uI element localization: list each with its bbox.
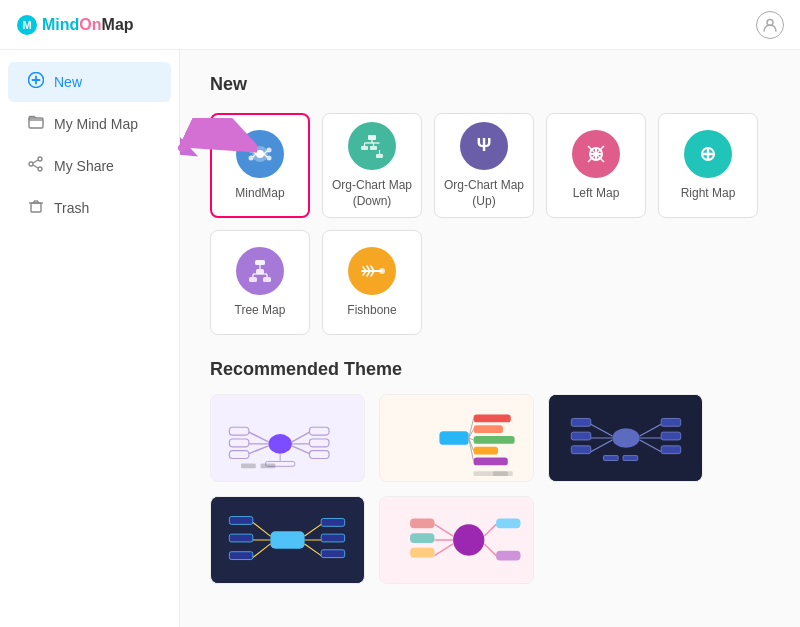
theme-card-4[interactable] [210, 496, 365, 584]
svg-rect-110 [623, 456, 638, 461]
svg-rect-28 [368, 135, 376, 140]
sidebar-my-mind-map-label: My Mind Map [54, 116, 138, 132]
mind-map-icon [28, 114, 44, 130]
org-down-icon [348, 122, 396, 170]
user-icon[interactable] [756, 11, 784, 39]
mindmap-svg [246, 140, 274, 168]
map-card-fishbone[interactable]: Fishbone [322, 230, 422, 335]
svg-point-8 [29, 162, 33, 166]
svg-rect-130 [410, 519, 434, 529]
svg-rect-99 [571, 418, 591, 426]
left-map-label: Left Map [573, 186, 620, 202]
org-down-svg [358, 132, 386, 160]
svg-rect-46 [255, 260, 265, 265]
org-down-label: Org-Chart Map (Down) [332, 178, 412, 209]
right-map-svg [694, 140, 722, 168]
sidebar-trash-label: Trash [54, 200, 89, 216]
right-map-label: Right Map [681, 186, 736, 202]
map-card-org-up[interactable]: Ψ Org-Chart Map (Up) [434, 113, 534, 218]
svg-point-22 [267, 147, 272, 152]
fishbone-svg [358, 257, 386, 285]
map-grid: MindMap [210, 113, 770, 335]
svg-rect-48 [263, 277, 271, 282]
sidebar-my-share-label: My Share [54, 158, 114, 174]
svg-rect-104 [661, 446, 681, 454]
svg-rect-79 [241, 463, 256, 468]
left-map-icon [572, 130, 620, 178]
trash-svg-icon [28, 198, 44, 214]
svg-rect-86 [474, 447, 498, 455]
svg-point-19 [256, 150, 264, 158]
theme-card-5[interactable] [379, 496, 534, 584]
logo: M MindOnMap [16, 14, 134, 36]
sidebar: New My Mind Map [0, 50, 180, 627]
fishbone-label: Fishbone [347, 303, 396, 319]
theme-card-3[interactable] [548, 394, 703, 482]
layout: New My Mind Map [0, 50, 800, 627]
map-card-org-down[interactable]: Org-Chart Map (Down) [322, 113, 422, 218]
svg-rect-49 [256, 269, 264, 274]
svg-rect-84 [474, 425, 503, 433]
sidebar-item-new[interactable]: New [8, 62, 171, 102]
svg-rect-29 [361, 146, 368, 150]
svg-point-9 [38, 167, 42, 171]
svg-rect-47 [249, 277, 257, 282]
svg-rect-85 [474, 436, 515, 444]
svg-rect-94 [493, 471, 513, 476]
theme-3-svg [549, 395, 702, 481]
map-card-mindmap[interactable]: MindMap [210, 113, 310, 218]
new-section-title: New [210, 74, 770, 95]
svg-point-20 [249, 147, 254, 152]
svg-point-21 [249, 155, 254, 160]
tree-map-svg [246, 257, 274, 285]
svg-point-64 [268, 434, 291, 454]
theme-1-svg [211, 395, 364, 481]
theme-2-svg [380, 395, 533, 481]
sidebar-new-label: New [54, 74, 82, 90]
svg-rect-12 [31, 203, 41, 212]
svg-point-96 [612, 428, 639, 448]
svg-rect-83 [474, 415, 511, 423]
theme-5-svg [380, 497, 533, 583]
svg-point-23 [267, 155, 272, 160]
map-grid-wrapper: MindMap [210, 113, 770, 335]
svg-rect-118 [229, 552, 252, 560]
svg-text:Ψ: Ψ [477, 135, 492, 155]
svg-rect-136 [496, 551, 520, 561]
svg-rect-108 [661, 432, 681, 440]
svg-line-10 [33, 160, 38, 163]
svg-rect-80 [261, 463, 276, 468]
share-icon [28, 156, 44, 176]
logo-text: MindOnMap [42, 16, 134, 34]
map-card-tree-map[interactable]: Tree Map [210, 230, 310, 335]
svg-rect-87 [474, 458, 508, 466]
svg-rect-122 [321, 519, 344, 527]
map-card-right-map[interactable]: Right Map [658, 113, 758, 218]
main-content: New [180, 50, 800, 627]
mindmap-label: MindMap [235, 186, 284, 202]
sidebar-item-trash[interactable]: Trash [8, 188, 171, 228]
sidebar-item-my-share[interactable]: My Share [8, 146, 171, 186]
svg-point-126 [453, 524, 484, 555]
svg-rect-124 [321, 550, 344, 558]
theme-card-1[interactable] [210, 394, 365, 482]
sidebar-item-my-mind-map[interactable]: My Mind Map [8, 104, 171, 144]
theme-card-2[interactable] [379, 394, 534, 482]
right-map-icon [684, 130, 732, 178]
new-icon [28, 72, 44, 88]
org-up-svg: Ψ [470, 132, 498, 160]
share-svg-icon [28, 156, 44, 172]
svg-rect-31 [376, 154, 383, 158]
svg-line-11 [33, 165, 38, 168]
svg-point-62 [379, 268, 385, 274]
map-card-left-map[interactable]: Left Map [546, 113, 646, 218]
svg-rect-106 [571, 432, 591, 440]
svg-rect-100 [571, 446, 591, 454]
svg-text:M: M [22, 19, 31, 31]
svg-rect-116 [229, 517, 252, 525]
theme-grid [210, 394, 770, 584]
svg-rect-109 [604, 456, 619, 461]
left-map-svg [582, 140, 610, 168]
theme-4-svg [211, 497, 364, 583]
mindmap-icon [236, 130, 284, 178]
